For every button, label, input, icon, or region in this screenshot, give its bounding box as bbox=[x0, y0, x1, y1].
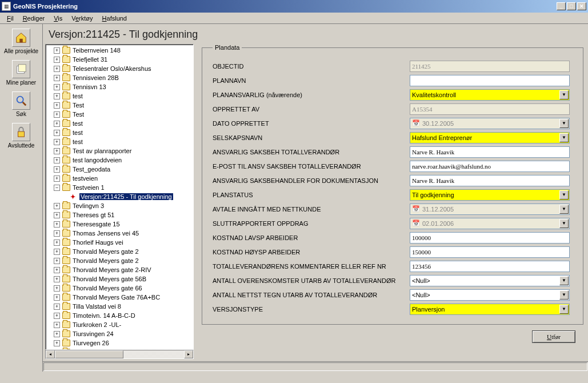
input-totallev-komm[interactable] bbox=[410, 261, 570, 272]
sidebar-item-avsluttede[interactable]: Avsluttede bbox=[2, 121, 41, 151]
tree-node[interactable]: +Tilla Valstad vei 8 bbox=[46, 302, 193, 311]
expand-icon[interactable]: + bbox=[54, 84, 60, 90]
tree-node[interactable]: +Thomas Jensens vei 45 bbox=[46, 229, 193, 238]
expand-icon[interactable]: + bbox=[54, 111, 60, 118]
select-antall-nettst[interactable]: <Null>▼ bbox=[410, 289, 570, 301]
scroll-thumb[interactable] bbox=[55, 350, 123, 358]
select-planansvarlig[interactable]: Kvalitetskontroll▼ bbox=[410, 89, 570, 101]
expand-icon[interactable]: + bbox=[54, 166, 60, 173]
tree-node[interactable]: +Telesentraler Oslo/Akershus bbox=[46, 64, 193, 73]
tree-node[interactable]: +Thorvald Meyers Gate 76A+BC bbox=[46, 293, 193, 302]
expand-icon[interactable]: + bbox=[54, 130, 60, 136]
expand-icon[interactable]: + bbox=[54, 276, 60, 282]
dropdown-arrow-icon[interactable]: ▼ bbox=[559, 133, 569, 142]
expand-icon[interactable]: + bbox=[54, 331, 60, 337]
expand-icon[interactable]: + bbox=[54, 203, 60, 209]
expand-icon[interactable]: + bbox=[54, 57, 60, 63]
tree-view[interactable]: +Teibernveien 148+Teiefjellet 31+Telesen… bbox=[45, 44, 194, 350]
expand-icon[interactable]: + bbox=[54, 249, 60, 255]
expand-icon[interactable]: + bbox=[54, 304, 60, 310]
expand-icon[interactable]: + bbox=[54, 322, 60, 328]
tree-node[interactable]: +Thorvald Meyers gate 2 bbox=[46, 256, 193, 265]
tree-node[interactable]: +test bbox=[46, 91, 193, 101]
input-ansvarlig-saksbeh[interactable] bbox=[410, 146, 570, 158]
expand-icon[interactable]: + bbox=[54, 175, 60, 182]
utfor-button[interactable]: Utfør bbox=[532, 330, 575, 343]
dropdown-arrow-icon[interactable]: ▼ bbox=[559, 305, 569, 314]
tree-node[interactable]: +Thorvald Meyers gate 66 bbox=[46, 284, 193, 293]
tree-node[interactable]: −Testveien 1 bbox=[46, 183, 193, 192]
expand-icon[interactable]: + bbox=[54, 340, 60, 346]
tree-node[interactable]: +Thereses gt 51 bbox=[46, 210, 193, 220]
minimize-button[interactable]: _ bbox=[557, 2, 566, 10]
tree-node[interactable]: +Tiurvegen 26 bbox=[46, 338, 193, 348]
tree-node[interactable]: +Teiefjellet 31 bbox=[46, 55, 193, 64]
input-kostnad-hoysp[interactable] bbox=[410, 246, 570, 258]
expand-icon[interactable]: + bbox=[54, 47, 60, 54]
sidebar-item-mine-planer[interactable]: Mine planer bbox=[2, 58, 41, 88]
close-button[interactable]: ✕ bbox=[577, 2, 586, 10]
sidebar-item-sok[interactable]: Søk bbox=[2, 89, 41, 119]
tree-node[interactable]: +Thorvald Meyers gate 2 bbox=[46, 247, 193, 256]
tree-node[interactable]: +Timoteivn. 14 A-B-C-D bbox=[46, 311, 193, 320]
expand-icon[interactable]: + bbox=[54, 313, 60, 319]
tree-node[interactable]: +Theresesgate 15 bbox=[46, 220, 193, 229]
expand-icon[interactable]: + bbox=[54, 230, 60, 237]
input-kostnad-lavsp[interactable] bbox=[410, 232, 570, 244]
select-versjonstype[interactable]: Planversjon▼ bbox=[410, 304, 570, 315]
tree-node[interactable]: +Tiursvingen 24 bbox=[46, 329, 193, 338]
expand-icon[interactable]: + bbox=[54, 285, 60, 292]
expand-icon[interactable]: + bbox=[54, 121, 60, 127]
expand-icon[interactable]: + bbox=[54, 258, 60, 264]
expand-icon[interactable]: − bbox=[54, 185, 60, 191]
menu-rediger[interactable]: Rediger bbox=[18, 14, 50, 23]
tree-node[interactable]: +Thorleif Haugs vei bbox=[46, 238, 193, 247]
tree-node[interactable]: +Teibernveien 148 bbox=[46, 46, 193, 55]
scroll-left-button[interactable]: ◂ bbox=[46, 350, 55, 358]
menu-fil[interactable]: Fil bbox=[2, 14, 18, 23]
tree-node[interactable]: +Test bbox=[46, 101, 193, 110]
tree-node-selected[interactable]: ✦Versjon:211425 - Til godkjenning bbox=[46, 192, 193, 201]
tree-node[interactable]: +Test_geodata bbox=[46, 165, 193, 174]
tree-node[interactable]: +test bbox=[46, 137, 193, 146]
input-ansvarlig-dok[interactable] bbox=[410, 175, 570, 186]
tree-node[interactable]: +Tiurkroken 2 -UL- bbox=[46, 320, 193, 329]
sidebar-item-alle-prosjekter[interactable]: Alle prosjekte bbox=[2, 26, 41, 57]
tree-node[interactable]: +Thorvald Meyers gate 2-RIV bbox=[46, 265, 193, 274]
expand-icon[interactable]: + bbox=[54, 66, 60, 72]
expand-icon[interactable]: + bbox=[54, 240, 60, 246]
expand-icon[interactable]: + bbox=[54, 102, 60, 109]
tree-node[interactable]: +test bbox=[46, 119, 193, 128]
hscrollbar[interactable]: ◂ ▸ bbox=[45, 350, 194, 359]
dropdown-arrow-icon[interactable]: ▼ bbox=[559, 276, 569, 285]
tree-node[interactable]: +testveien bbox=[46, 174, 193, 183]
tree-node[interactable]: +test langoddveien bbox=[46, 155, 193, 165]
tree-node[interactable]: +Thorvald Meyers gate 56B bbox=[46, 274, 193, 284]
maximize-button[interactable]: □ bbox=[567, 2, 576, 10]
expand-icon[interactable]: + bbox=[54, 93, 60, 99]
select-selskapsnavn[interactable]: Hafslund Entreprenør▼ bbox=[410, 132, 570, 143]
expand-icon[interactable]: + bbox=[54, 267, 60, 273]
input-epost[interactable] bbox=[410, 161, 570, 172]
expand-icon[interactable]: + bbox=[54, 221, 60, 228]
expand-icon[interactable]: + bbox=[54, 157, 60, 163]
select-antall-overens[interactable]: <Null>▼ bbox=[410, 275, 570, 286]
scroll-right-button[interactable]: ▸ bbox=[184, 350, 193, 358]
expand-icon[interactable]: + bbox=[54, 212, 60, 218]
dropdown-arrow-icon[interactable]: ▼ bbox=[559, 290, 569, 300]
dropdown-arrow-icon[interactable]: ▼ bbox=[559, 190, 569, 200]
expand-icon[interactable]: + bbox=[54, 139, 60, 145]
tree-node[interactable]: +Test av planrapporter bbox=[46, 146, 193, 155]
tree-node[interactable]: +Test bbox=[46, 110, 193, 119]
dropdown-arrow-icon[interactable]: ▼ bbox=[559, 90, 569, 99]
expand-icon[interactable]: + bbox=[54, 294, 60, 301]
select-planstatus[interactable]: Til godkjenning▼ bbox=[410, 189, 570, 201]
menu-vis[interactable]: Vis bbox=[49, 14, 67, 23]
tree-node[interactable]: +Tennisvn 13 bbox=[46, 82, 193, 91]
tree-node[interactable]: +Tevlingvn 3 bbox=[46, 201, 193, 210]
expand-icon[interactable]: + bbox=[54, 75, 60, 81]
tree-node[interactable]: +test bbox=[46, 128, 193, 137]
menu-hafslund[interactable]: Hafslund bbox=[98, 14, 131, 23]
menu-verktoy[interactable]: Verktøy bbox=[67, 14, 97, 23]
input-plannavn[interactable] bbox=[410, 75, 570, 86]
